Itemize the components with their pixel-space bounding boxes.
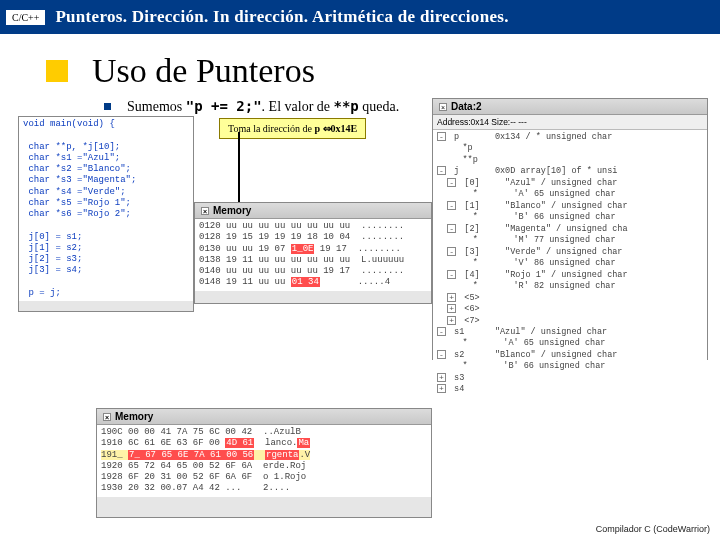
x-icon: ×: [103, 413, 111, 421]
topbar: C/C++ Punteros. Dirección. In dirección.…: [0, 0, 720, 34]
memory-panel-2: ×Memory 190C 00 00 41 7A 75 6C 00 42 ..A…: [96, 408, 432, 518]
callout-arrow: ⇔: [320, 123, 331, 134]
callout-text: Toma la dirección de: [228, 123, 314, 134]
bullet-pre: Sumemos: [127, 99, 186, 114]
callout-addr: 0x14E: [331, 123, 358, 134]
x-icon: ×: [439, 103, 447, 111]
footer-credit: Compilador C (CodeWarrior): [596, 524, 710, 534]
bullet-post: queda.: [359, 99, 399, 114]
slide-heading: Uso de Punteros: [92, 52, 315, 90]
bullet-mid: . El valor de: [262, 99, 334, 114]
bullet-line: Sumemos "p += 2;". El valor de **p queda…: [104, 98, 399, 115]
x-icon: ×: [201, 207, 209, 215]
data-tree: - p 0x134 / * unsigned char *p **p - j 0…: [433, 130, 707, 398]
memory2-body: 190C 00 00 41 7A 75 6C 00 42 ..AzulB 191…: [97, 425, 431, 497]
data-panel: ×Data:2 Address:0x14 Size:-- --- - p 0x1…: [432, 98, 708, 360]
code-panel: void main(void) { char **p, *j[10]; char…: [18, 116, 194, 312]
memory-panel-1: ×Memory 0120 uu uu uu uu uu uu uu uu ...…: [194, 202, 432, 304]
code-body: void main(void) { char **p, *j[10]; char…: [19, 117, 193, 301]
bullet-icon: [104, 103, 111, 110]
topbar-tag: C/C++: [6, 10, 45, 25]
memory1-body: 0120 uu uu uu uu uu uu uu uu ........ 01…: [195, 219, 431, 291]
accent-square: [46, 60, 68, 82]
memory1-title: ×Memory: [195, 203, 431, 219]
data-sub: Address:0x14 Size:-- ---: [433, 115, 707, 130]
bullet-code1: "p += 2;": [186, 98, 262, 114]
bullet-code2: **p: [334, 98, 359, 114]
callout-box: Toma la dirección de p ⇔0x14E: [219, 118, 366, 139]
memory2-title: ×Memory: [97, 409, 431, 425]
topbar-title: Punteros. Dirección. In dirección. Aritm…: [55, 7, 508, 27]
data-title: ×Data:2: [433, 99, 707, 115]
